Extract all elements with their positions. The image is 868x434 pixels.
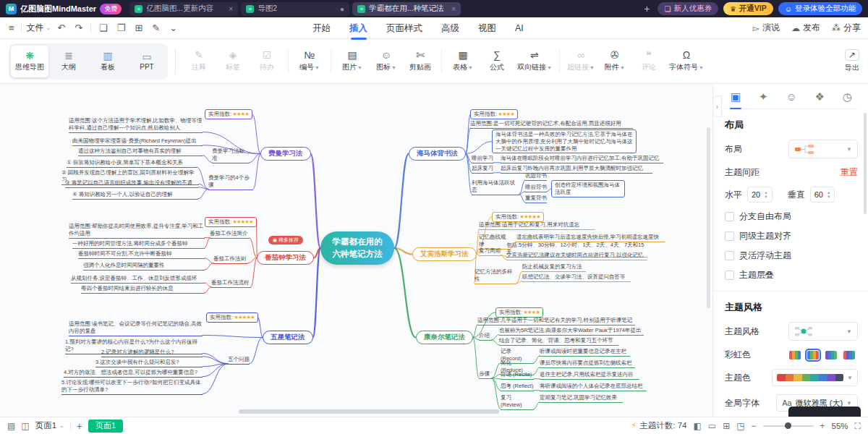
tool-icon[interactable]: ☺图标▼ — [370, 45, 402, 78]
rainbow-option-1[interactable] — [789, 351, 801, 359]
mindmap-subtopic[interactable]: 将听课或阅读的个人体会记录在底部总结栏 — [540, 383, 647, 391]
mindmap-subtopic[interactable]: 起床复习 — [472, 165, 493, 174]
mindmap-subtopic[interactable]: 睡前学习 — [472, 155, 493, 163]
zoom-level[interactable]: 55% — [832, 422, 848, 430]
mindmap-subtopic[interactable]: 3.这次交谈中我有什么疑问和启发? — [95, 359, 203, 367]
mindmap-subtopic[interactable]: 五个问题 — [228, 356, 250, 365]
rainbow-option-3[interactable] — [825, 351, 837, 359]
board-icon[interactable]: ▭ — [708, 422, 716, 430]
sticker-panel-icon[interactable]: ☺ — [786, 91, 796, 102]
mindmap-subtopic[interactable]: 背诵 (Recite) — [501, 371, 534, 380]
mindmap-branch-topic[interactable]: 康奈尔笔记法 — [416, 331, 473, 344]
rainbow-option-4[interactable] — [843, 351, 855, 359]
mindmap-note-box[interactable]: 创造特定环境和氛围海马体活跃度 — [551, 180, 625, 197]
mindmap-subtopic[interactable]: 思考 (Reflect) — [501, 383, 534, 391]
panel-scrollbar[interactable] — [864, 113, 867, 214]
mindmap-central-topic[interactable]: 学霸都在用的六种笔记方法 — [320, 231, 394, 265]
checkbox-分支自由布局[interactable]: 分支自由布局 — [725, 210, 858, 223]
menu-开始[interactable]: 开始 — [312, 22, 331, 35]
export-button[interactable]: ↗ 导出 — [845, 49, 859, 73]
mindmap-subtopic[interactable]: 适用范围:几乎适用于一切和笔记有关的学习,特别适用于听课笔记 — [477, 317, 635, 326]
mindmap-canvas[interactable]: 学霸都在用的六种笔记方法费曼学习法实用指数: ★★★★适用范围:这个方法适用于学… — [0, 84, 712, 417]
mindmap-mode-button[interactable]: ❋思维导图 — [11, 46, 48, 77]
mindmap-subtopic[interactable]: ① 假装将知识教给小孩,简单写下基本概念和关系 — [67, 159, 197, 168]
pages-icon[interactable]: ◧ — [693, 422, 701, 430]
mindmap-subtopic[interactable]: 通过这种方法鉴别自己对事物有真实的理解 — [78, 148, 203, 156]
mindmap-recommend-badge[interactable]: ◉ 稀多推荐 — [268, 236, 303, 244]
mindmap-subtopic[interactable]: 2.记录对方讲解的逻辑是什么? — [101, 349, 203, 357]
new-tab-button[interactable]: + — [641, 3, 652, 14]
history-panel-icon[interactable]: ◷ — [843, 91, 852, 102]
theme-style-select[interactable]: ▼ — [788, 322, 858, 341]
open-doc-icon[interactable]: ❐ — [116, 22, 127, 33]
tool-bidirectional-link[interactable]: ⇌双向链接▼ — [515, 45, 554, 78]
mindmap-branch-topic[interactable]: 艾宾浩斯学习法 — [412, 247, 477, 261]
tool-table[interactable]: ▦表格▼ — [447, 45, 479, 78]
horizontal-spacing-stepper[interactable]: 20 ▲▼ — [747, 187, 773, 203]
menu-页面样式[interactable]: 页面样式 — [386, 22, 422, 35]
vertical-spacing-stepper[interactable]: 60 ▲▼ — [810, 187, 835, 203]
mindmap-subtopic[interactable]: 番茄工作法流程 — [211, 279, 251, 288]
document-tab[interactable]: ≡导图2● — [241, 2, 349, 16]
mindmap-subtopic[interactable]: 费曼学习的4个步骤 — [208, 174, 253, 190]
mindmap-rating[interactable]: 实用指数: ★★★★★ — [492, 212, 544, 222]
page-selector[interactable]: 页面1 ⌄ — [35, 420, 64, 431]
mindmap-subtopic[interactable]: 睡前背书 — [525, 184, 547, 192]
mindmap-subtopic[interactable]: 适用范围:读书笔记、会议记录等任何记笔记的场合,高效内容的复盘 — [69, 320, 203, 336]
mindmap-subtopic[interactable]: 强调个人化作息时间间隔的重要性 — [83, 262, 205, 271]
coupon-button[interactable]: ❏ 新人优惠券 — [658, 2, 718, 15]
add-page-button[interactable]: + — [77, 421, 82, 431]
mindmap-subtopic[interactable]: 定期复习笔记,巩固学习记忆效果 — [540, 394, 623, 403]
theme-panel-icon[interactable]: ❖ — [815, 91, 825, 102]
zoom-slider[interactable] — [763, 425, 814, 427]
mindmap-subtopic[interactable]: 适用范围:适用于记忆和复习,用来对抗遗忘 — [479, 221, 595, 230]
new-doc-icon[interactable]: ❏ — [98, 22, 109, 33]
mindmap-subtopic[interactable]: 听课或阅读时把重要信息记录在主栏 — [540, 348, 630, 357]
stepper-arrows-icon[interactable]: ▲▼ — [764, 190, 767, 199]
horizontal-scrollbar[interactable] — [239, 409, 499, 414]
panel-collapse-button[interactable]: › — [712, 95, 722, 117]
mindmap-subtopic[interactable]: 记忆方法的多样性 — [475, 268, 516, 284]
mindmap-subtopic[interactable]: 介绍 — [479, 332, 492, 341]
vertical-scrollbar[interactable] — [707, 127, 710, 308]
mindmap-subtopic[interactable]: 艾宾浩斯记忆法建议在关键时间点前进行复习,以强化记忆 — [506, 252, 647, 260]
tool-formula[interactable]: ∑公式 — [481, 45, 513, 78]
ppt-mode-button[interactable]: ▭PPT — [128, 46, 166, 77]
mindmap-subtopic[interactable]: 番茄工作法则 — [213, 255, 248, 264]
zoom-slider-knob[interactable] — [785, 422, 791, 429]
publish-button[interactable]: ☁发布 — [791, 22, 820, 34]
mindmap-subtopic[interactable]: 一种好用的时间管理方法,将时间分成多个番茄钟 — [72, 240, 205, 249]
mindmap-subtopic[interactable]: 番茄工作法简介 — [210, 230, 250, 239]
mindmap-subtopic[interactable]: 结合了记录、简化、背诵、思考和复习五个环节 — [499, 337, 618, 346]
file-menu[interactable]: 文件 ⌄ — [27, 22, 51, 34]
mindmap-subtopic[interactable]: ③ 将笔记以自己语言组织成故事,输出没有理解的不通 — [65, 179, 198, 188]
unsaved-dot-icon[interactable]: ● — [340, 5, 344, 13]
save-icon[interactable]: ⊞ — [133, 22, 144, 33]
format-panel-icon[interactable]: ▣ — [731, 91, 741, 102]
theme-color-select[interactable]: ▼ — [772, 369, 858, 386]
menu-视图[interactable]: 视图 — [478, 22, 496, 35]
mindmap-subtopic[interactable]: 从规划任务,设定番茄钟、工作、休息到反馈形成循环 — [71, 275, 205, 284]
share-button[interactable]: ⁂分享 — [832, 22, 861, 34]
close-tab-icon[interactable]: × — [229, 5, 233, 13]
mindmap-subtopic[interactable]: 起床后复习昨晚内容再次巩固,利用早晨大脑清醒时加强记忆 — [501, 165, 652, 174]
checkbox-同级主题对齐[interactable]: 同级主题对齐 — [725, 230, 858, 242]
close-tab-icon[interactable]: × — [451, 5, 456, 13]
more-tools-icon[interactable]: ⌄ — [168, 22, 179, 33]
tool-attachment[interactable]: ✇附件▼ — [599, 45, 631, 78]
mindmap-branch-topic[interactable]: 五星笔记法 — [263, 331, 313, 344]
tool-clipart[interactable]: ✄剪贴画 — [404, 45, 436, 78]
menu-插入[interactable]: 插入 — [349, 22, 367, 35]
mindmap-subtopic[interactable]: 4.对方的做法、想法或者信息,可以提炼为哪些重要信息? — [64, 369, 203, 378]
layout-select[interactable]: ▼ — [788, 140, 858, 158]
tool-numbering[interactable]: №编号▼ — [294, 45, 326, 78]
document-tab[interactable]: ≡学霸都在用...种笔记法× — [352, 2, 461, 16]
mindmap-branch-topic[interactable]: 费曼学习法 — [260, 147, 311, 161]
mindmap-subtopic[interactable]: ④ 将知识教给另一个人,以验证自己的理解 — [72, 191, 198, 200]
format-painter-icon[interactable]: ✎ — [150, 22, 161, 33]
mindmap-subtopic[interactable]: 也被称为5R笔记法,由康奈尔大学Walter Pauk于1974年提出 — [499, 327, 644, 336]
reset-button[interactable]: 重置 — [841, 166, 858, 179]
mindmap-subtopic[interactable]: 费曼学习法标准 — [212, 148, 250, 163]
undo-icon[interactable]: ↶ — [56, 22, 67, 33]
mindmap-branch-topic[interactable]: 番茄钟学习法 — [257, 251, 314, 265]
